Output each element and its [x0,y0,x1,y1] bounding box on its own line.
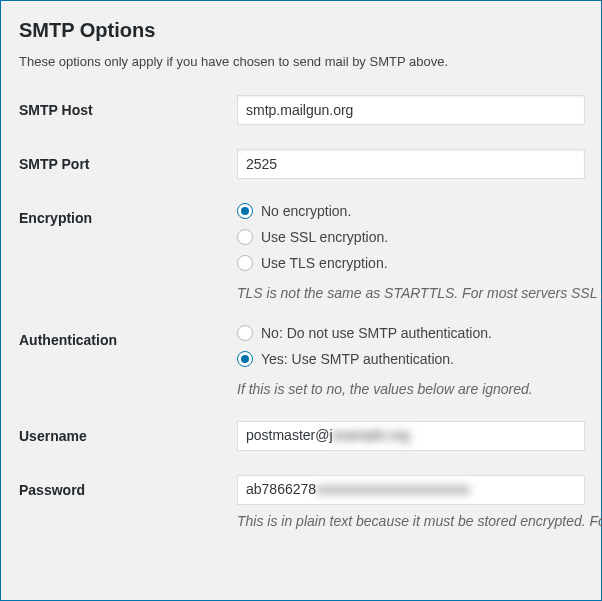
smtp-options-panel: SMTP Options These options only apply if… [0,0,602,601]
radio-icon [237,229,253,245]
encryption-option-none-label: No encryption. [261,203,351,219]
password-input[interactable] [237,475,585,505]
authentication-radio-group: No: Do not use SMTP authentication. Yes:… [237,325,599,397]
row-password: Password ab7866278xxxxxxxxxxxxxxxxxxxxxx… [19,475,601,529]
row-username: Username postmaster@jexample.org [19,421,601,451]
encryption-option-none[interactable]: No encryption. [237,203,602,219]
authentication-option-no[interactable]: No: Do not use SMTP authentication. [237,325,599,341]
username-label: Username [19,428,87,444]
smtp-host-label: SMTP Host [19,102,93,118]
password-help-text: This is in plain text because it must be… [237,513,602,529]
radio-icon [237,203,253,219]
radio-icon [237,325,253,341]
section-description: These options only apply if you have cho… [19,54,601,69]
authentication-option-yes[interactable]: Yes: Use SMTP authentication. [237,351,599,367]
encryption-option-ssl[interactable]: Use SSL encryption. [237,229,602,245]
encryption-option-ssl-label: Use SSL encryption. [261,229,388,245]
encryption-help-text: TLS is not the same as STARTTLS. For mos… [237,285,602,301]
radio-icon [237,255,253,271]
authentication-label: Authentication [19,332,117,348]
row-smtp-port: SMTP Port [19,149,601,179]
encryption-radio-group: No encryption. Use SSL encryption. Use T… [237,203,602,301]
encryption-label: Encryption [19,210,92,226]
row-smtp-host: SMTP Host [19,95,601,125]
smtp-host-input[interactable] [237,95,585,125]
password-label: Password [19,482,85,498]
radio-icon [237,351,253,367]
encryption-option-tls[interactable]: Use TLS encryption. [237,255,602,271]
section-heading: SMTP Options [19,19,601,42]
smtp-port-input[interactable] [237,149,585,179]
row-encryption: Encryption No encryption. Use SSL encryp… [19,203,601,301]
authentication-option-no-label: No: Do not use SMTP authentication. [261,325,492,341]
authentication-option-yes-label: Yes: Use SMTP authentication. [261,351,454,367]
smtp-port-label: SMTP Port [19,156,90,172]
row-authentication: Authentication No: Do not use SMTP authe… [19,325,601,397]
username-input[interactable] [237,421,585,451]
encryption-option-tls-label: Use TLS encryption. [261,255,388,271]
authentication-help-text: If this is set to no, the values below a… [237,381,599,397]
